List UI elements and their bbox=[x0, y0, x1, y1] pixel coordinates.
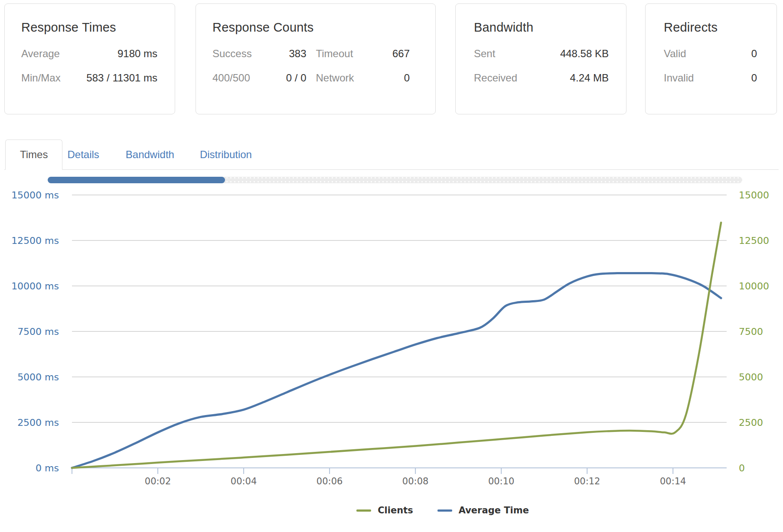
legend-label-average-time: Average Time bbox=[459, 505, 529, 516]
test-progress-bar bbox=[48, 177, 742, 183]
stat-row-timeout: Timeout 667 bbox=[316, 48, 410, 60]
stat-label: Sent bbox=[474, 48, 495, 60]
stat-value: 383 bbox=[289, 48, 306, 60]
x-axis-label: 00:02 bbox=[145, 476, 171, 487]
tab-times-label: Times bbox=[20, 149, 48, 161]
tab-details-label: Details bbox=[67, 149, 99, 161]
x-axis-label: 00:08 bbox=[402, 476, 429, 487]
stat-label: Valid bbox=[664, 48, 686, 60]
stat-value: 0 bbox=[751, 48, 757, 60]
progress-fill bbox=[48, 177, 225, 183]
tab-times[interactable]: Times bbox=[5, 139, 62, 170]
stat-value: 0 / 0 bbox=[286, 72, 307, 84]
response-counts-card: Response Counts Success 383 Timeout 667 … bbox=[196, 3, 436, 114]
times-chart: 0 ms02500 ms25005000 ms50007500 ms750010… bbox=[0, 186, 783, 495]
stat-row-success: Success 383 bbox=[212, 48, 307, 60]
card-title-redirects: Redirects bbox=[664, 20, 757, 35]
stat-row-sent: Sent 448.58 KB bbox=[474, 48, 609, 60]
y-axis-right-label: 15000 bbox=[739, 190, 769, 201]
series-line-clients bbox=[72, 223, 721, 468]
y-axis-left-label: 2500 ms bbox=[17, 417, 59, 428]
legend-item-clients[interactable]: Clients bbox=[356, 505, 413, 516]
stat-value: 0 bbox=[751, 72, 757, 84]
clients-line-swatch bbox=[356, 509, 371, 512]
stat-row-received: Received 4.24 MB bbox=[474, 72, 609, 84]
stat-label: Average bbox=[21, 48, 60, 60]
x-axis-label: 00:10 bbox=[488, 476, 515, 487]
tab-details[interactable]: Details bbox=[67, 139, 99, 169]
stat-row-invalid: Invalid 0 bbox=[664, 72, 757, 84]
stat-label: Invalid bbox=[664, 72, 694, 84]
y-axis-right-label: 2500 bbox=[739, 417, 763, 428]
chart-tabs: Times Details Bandwidth Distribution bbox=[4, 139, 779, 170]
bandwidth-card: Bandwidth Sent 448.58 KB Received 4.24 M… bbox=[455, 3, 626, 114]
tab-bandwidth[interactable]: Bandwidth bbox=[126, 139, 174, 169]
y-axis-left-label: 10000 ms bbox=[11, 281, 59, 292]
chart-legend: Clients Average Time bbox=[51, 505, 783, 516]
stat-value: 667 bbox=[392, 48, 410, 60]
x-axis-label: 00:14 bbox=[660, 476, 686, 487]
tab-distribution-label: Distribution bbox=[200, 149, 252, 161]
stat-row-minmax: Min/Max 583 / 11301 ms bbox=[21, 72, 157, 84]
redirects-card: Redirects Valid 0 Invalid 0 bbox=[645, 3, 777, 114]
y-axis-left-label: 0 ms bbox=[36, 463, 59, 474]
y-axis-right-label: 5000 bbox=[739, 372, 763, 383]
series-line-average-time bbox=[72, 273, 721, 468]
card-title-response-counts: Response Counts bbox=[212, 20, 410, 35]
stat-value: 583 / 11301 ms bbox=[86, 72, 157, 84]
tab-distribution[interactable]: Distribution bbox=[200, 139, 252, 169]
legend-item-average-time[interactable]: Average Time bbox=[437, 505, 529, 516]
x-axis-label: 00:06 bbox=[316, 476, 343, 487]
stat-value: 4.24 MB bbox=[570, 72, 609, 84]
legend-label-clients: Clients bbox=[378, 505, 413, 516]
y-axis-right-label: 0 bbox=[739, 463, 745, 474]
stat-row-network: Network 0 bbox=[316, 72, 410, 84]
stat-label: Timeout bbox=[316, 48, 353, 60]
stat-label: Received bbox=[474, 72, 517, 84]
stat-label: Success bbox=[212, 48, 252, 60]
stat-label: Network bbox=[316, 72, 354, 84]
load-test-dashboard: Response Times Average 9180 ms Min/Max 5… bbox=[0, 0, 783, 532]
counts-grid: Success 383 Timeout 667 400/500 0 / 0 Ne… bbox=[212, 48, 410, 96]
stat-label: 400/500 bbox=[212, 72, 250, 84]
card-title-bandwidth: Bandwidth bbox=[474, 20, 609, 35]
y-axis-left-label: 12500 ms bbox=[11, 235, 59, 246]
y-axis-right-label: 12500 bbox=[739, 235, 769, 246]
stat-value: 0 bbox=[404, 72, 410, 84]
stat-label: Min/Max bbox=[21, 72, 61, 84]
average-time-line-swatch bbox=[437, 509, 452, 512]
stat-row-400-500: 400/500 0 / 0 bbox=[212, 72, 307, 84]
stat-row-average: Average 9180 ms bbox=[21, 48, 157, 60]
y-axis-left-label: 5000 ms bbox=[17, 372, 59, 383]
y-axis-right-label: 7500 bbox=[739, 326, 763, 337]
stat-value: 9180 ms bbox=[117, 48, 157, 60]
stat-row-valid: Valid 0 bbox=[664, 48, 757, 60]
y-axis-left-label: 15000 ms bbox=[11, 190, 59, 201]
x-axis-label: 00:04 bbox=[231, 476, 257, 487]
response-times-card: Response Times Average 9180 ms Min/Max 5… bbox=[4, 3, 175, 114]
card-title-response-times: Response Times bbox=[21, 20, 157, 35]
x-axis-label: 00:12 bbox=[574, 476, 600, 487]
tab-bandwidth-label: Bandwidth bbox=[126, 149, 174, 161]
y-axis-left-label: 7500 ms bbox=[17, 326, 59, 337]
y-axis-right-label: 10000 bbox=[739, 281, 769, 292]
stat-value: 448.58 KB bbox=[560, 48, 609, 60]
